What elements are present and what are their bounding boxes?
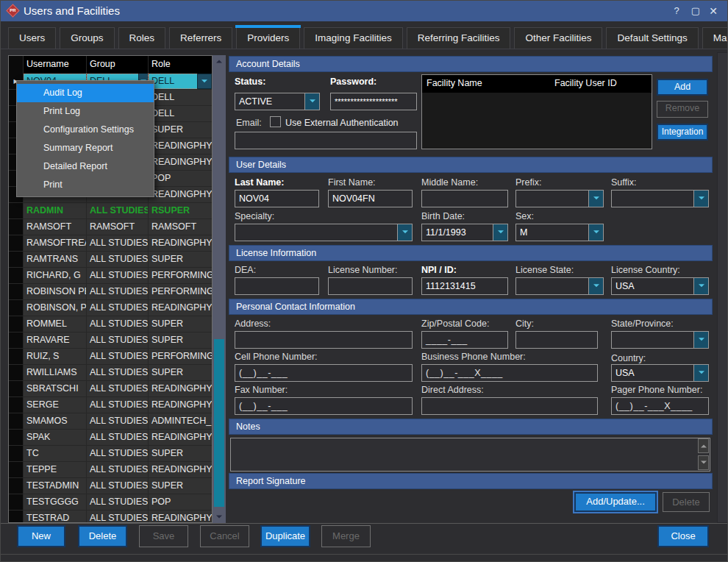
table-row[interactable]: ROBINSON PE ALL STUDIES PERFORMING	[9, 284, 212, 300]
facility-list[interactable]: Facility Name Facility User ID	[421, 74, 652, 149]
prefix-dropdown[interactable]	[515, 190, 604, 207]
table-row[interactable]: RICHARD, G ALL STUDIES PERFORMING	[9, 268, 212, 284]
fax-field[interactable]: (__)__-___	[235, 397, 413, 415]
window-close-button[interactable]: ✕	[704, 1, 723, 21]
license-state-dropdown[interactable]	[515, 277, 604, 295]
chevron-down-icon[interactable]	[397, 224, 412, 241]
maximize-button[interactable]: ▢	[686, 1, 705, 21]
specialty-dropdown[interactable]	[235, 224, 413, 241]
chevron-down-icon[interactable]	[693, 191, 708, 207]
menu-item-summary-report[interactable]: Summary Report	[17, 139, 154, 157]
table-row[interactable]: ROMMEL ALL STUDIES SUPER	[9, 316, 212, 332]
duplicate-button[interactable]: Duplicate	[260, 525, 310, 547]
table-row[interactable]: SMAMOS ALL STUDIES ADMINTECH_I	[9, 413, 212, 430]
new-button[interactable]: New	[17, 525, 65, 547]
table-scrollbar[interactable]	[213, 55, 226, 523]
chevron-down-icon[interactable]	[693, 332, 708, 348]
first-name-field[interactable]: NOV04FN	[328, 190, 413, 207]
table-row[interactable]: RRAVARE ALL STUDIES SUPER	[9, 332, 212, 349]
table-row[interactable]: RUIZ, S ALL STUDIES PERFORMING	[9, 349, 212, 365]
suffix-dropdown[interactable]	[611, 190, 709, 207]
column-header-role[interactable]: Role	[149, 56, 212, 74]
city-field[interactable]	[515, 331, 598, 349]
chevron-down-icon[interactable]	[588, 191, 603, 207]
tab-roles[interactable]: Roles	[118, 27, 166, 49]
table-row[interactable]: TEPPE ALL STUDIES READINGPHYS	[9, 462, 212, 478]
table-row[interactable]: RWILLIAMS ALL STUDIES SUPER	[9, 365, 212, 381]
state-province-dropdown[interactable]	[611, 331, 709, 349]
help-button[interactable]: ?	[667, 1, 686, 21]
zip-field[interactable]: ____-___	[421, 331, 508, 349]
column-header-username[interactable]: Username	[24, 56, 87, 74]
table-row[interactable]: SBRATSCHI ALL STUDIES READINGPHYS	[9, 381, 212, 397]
tab-groups[interactable]: Groups	[60, 27, 114, 49]
menu-item-configuration-settings[interactable]: Configuration Settings	[17, 121, 154, 139]
notes-scroll-up-icon[interactable]	[698, 438, 709, 453]
country-dropdown[interactable]: USA	[611, 364, 709, 382]
table-row[interactable]: RAMTRANS ALL STUDIES SUPER	[9, 252, 212, 268]
notes-textarea[interactable]	[230, 438, 710, 472]
tab-users[interactable]: Users	[8, 27, 56, 49]
tab-mailbox[interactable]: Mailbox	[702, 27, 728, 49]
chevron-down-icon[interactable]	[304, 93, 319, 110]
merge-button[interactable]: Merge	[321, 525, 371, 547]
scroll-up-icon[interactable]	[213, 55, 226, 67]
close-button[interactable]: Close	[657, 525, 709, 547]
scroll-down-icon[interactable]	[213, 511, 226, 523]
panel-scrollbar-track[interactable]	[717, 52, 728, 523]
status-dropdown[interactable]: ACTIVE	[235, 93, 320, 110]
chevron-down-icon[interactable]	[588, 224, 603, 241]
tab-default-settings[interactable]: Default Settings	[606, 27, 698, 49]
dea-field[interactable]	[235, 277, 319, 295]
npi-field[interactable]: 1112131415	[421, 277, 508, 295]
chevron-down-icon[interactable]	[693, 278, 708, 294]
delete-signature-button[interactable]: Delete	[663, 492, 710, 512]
table-row[interactable]: TESTRAD ALL STUDIES READINGPHYS	[9, 511, 212, 523]
address-field[interactable]	[235, 331, 413, 349]
table-row[interactable]: RAMSOFTREA ALL STUDIES READINGPHYS	[9, 235, 212, 252]
email-field[interactable]	[235, 132, 417, 149]
license-number-field[interactable]	[328, 277, 413, 295]
chevron-down-icon[interactable]	[588, 278, 603, 294]
tab-providers[interactable]: Providers	[236, 27, 300, 49]
chevron-down-icon[interactable]	[693, 365, 708, 381]
integration-button[interactable]: Integration	[657, 124, 708, 140]
table-row[interactable]: TC ALL STUDIES SUPER	[9, 446, 212, 462]
delete-button[interactable]: Delete	[78, 525, 127, 547]
cancel-button[interactable]: Cancel	[200, 525, 249, 547]
table-row[interactable]: TESTADMIN ALL STUDIES SUPER	[9, 478, 212, 494]
menu-item-print[interactable]: Print	[17, 176, 154, 194]
table-row[interactable]: SERGE ALL STUDIES READINGPHYS	[9, 397, 212, 413]
role-dropdown-button[interactable]	[197, 74, 212, 89]
middle-name-field[interactable]	[421, 190, 508, 207]
notes-scroll-down-icon[interactable]	[698, 455, 709, 470]
tab-referrers[interactable]: Referrers	[169, 27, 232, 49]
cell-phone-field[interactable]: (__)__-___	[235, 364, 413, 382]
license-country-dropdown[interactable]: USA	[611, 277, 709, 295]
add-update-signature-button[interactable]: Add/Update...	[574, 492, 657, 512]
menu-item-detailed-report[interactable]: Detailed Report	[17, 157, 154, 176]
table-row[interactable]: RADMIN ALL STUDIES RSUPER	[9, 203, 212, 219]
table-scrollbar-thumb[interactable]	[214, 339, 224, 507]
birth-date-picker[interactable]: 11/1/1993	[421, 224, 508, 241]
save-button[interactable]: Save	[139, 525, 188, 547]
sex-dropdown[interactable]: M	[515, 224, 604, 241]
table-row[interactable]: TESTGGGG ALL STUDIES POP	[9, 494, 212, 511]
password-field[interactable]: ********************	[330, 93, 417, 110]
table-row[interactable]: ROBINSON, P ALL STUDIES READINGPHYS	[9, 300, 212, 316]
column-header-group[interactable]: Group	[87, 56, 149, 74]
menu-item-print-log[interactable]: Print Log	[17, 102, 154, 121]
pager-field[interactable]: (__)__-___X____	[611, 397, 709, 415]
add-facility-button[interactable]: Add	[657, 79, 708, 96]
direct-address-field[interactable]	[421, 397, 598, 415]
tab-referring-facilities[interactable]: Referring Facilities	[407, 27, 511, 49]
tab-other-facilities[interactable]: Other Facilities	[514, 27, 602, 49]
external-auth-checkbox[interactable]	[270, 116, 281, 127]
business-phone-field[interactable]: (__)__-___X____	[421, 364, 598, 382]
tab-imaging-facilities[interactable]: Imaging Facilities	[304, 27, 402, 49]
remove-facility-button[interactable]: Remove	[657, 101, 708, 118]
table-row[interactable]: SPAK ALL STUDIES READINGPHYS	[9, 430, 212, 446]
chevron-down-icon[interactable]	[493, 224, 507, 241]
menu-item-audit-log[interactable]: Audit Log	[17, 84, 154, 102]
cell-role[interactable]: DELL	[149, 74, 212, 89]
